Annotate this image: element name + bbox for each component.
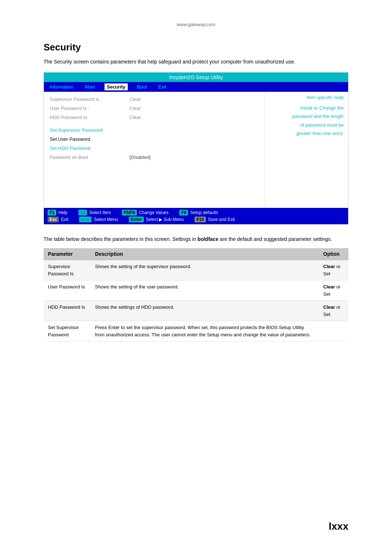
bios-row-set-user-pw[interactable]: Set User Password [50,135,259,144]
table-row: User Password Is Shows the setting of th… [44,280,348,301]
set-user-pw-label[interactable]: Set User Password [50,136,130,142]
bios-left-panel: Supervisor Password Is : Clear User Pass… [44,92,265,208]
set-supervisor-pw-label[interactable]: Set Supervisor Password [50,127,130,133]
nav-item-exit[interactable]: Exit [156,83,168,90]
bios-row-set-hdd-pw[interactable]: Set HDD Password [50,144,259,153]
bios-row-set-supervisor-pw[interactable]: Set Supervisor Password [50,126,259,135]
key-esc: Esc [48,217,59,222]
bios-right-panel: Item specific Help Install or Change the… [265,92,348,208]
label-setup-defaults: Setup defaults [190,210,218,215]
param-user-pw-is: User Password Is [44,280,91,301]
help-line-3: of password must be [269,121,344,129]
bios-footer: F1 Help ↑↓ Select Item F5/F6 Change Valu… [44,208,348,224]
bios-row-user-pw-is: User Password Is : Clear [50,104,259,113]
table-row: Set Supervisor Password Press Enter to s… [44,321,348,341]
set-hdd-pw-label[interactable]: Set HDD Password [50,145,130,151]
key-enter: Enter [129,217,144,222]
item-specific-help-text: Install or Change the password and the l… [269,104,344,138]
desc-supervisor-pw-is: Shows the setting of the supervisor pass… [91,260,319,280]
key-lr-arrows: ←→ [79,217,91,222]
bios-body: Supervisor Password Is : Clear User Pass… [44,92,348,208]
key-arrows: ↑↓ [78,210,87,216]
param-supervisor-pw-is: Supervisor Password Is [44,260,91,280]
website-url: www.gateway.com [44,22,348,27]
option-user-pw-is: Clear or Set [319,280,349,301]
label-exit: Exit [61,217,68,222]
key-f5f6: F5/F6 [122,210,137,216]
user-pw-is-value: Clear [130,106,141,111]
help-line-4: greater than one word. [269,129,344,138]
label-change-values: Change Values [139,210,168,215]
pw-on-boot-value: [Disabled] [130,155,151,160]
option-supervisor-pw-is: Clear or Set [319,260,349,280]
desc-set-supervisor-pw: Press Enter to set the supervisor passwo… [91,321,319,341]
footer-enter-submenu: Enter Select ▶ Sub-Menu [129,217,184,222]
table-row: HDD Password Is Shows the settings of HD… [44,301,348,321]
footer-f5f6-change: F5/F6 Change Values [122,210,169,216]
nav-item-information[interactable]: Information [48,83,75,90]
desc-hdd-pw-is: Shows the settings of HDD password. [91,301,319,321]
pw-on-boot-label: Password on Boot [50,155,130,160]
option-set-supervisor-pw [319,321,349,341]
parameter-table: Parameter Description Option Supervisor … [44,248,348,341]
footer-f10-save: F10 Save and Exit [195,217,235,222]
help-line-2: password and the length [269,112,344,120]
label-help: Help [58,210,68,215]
bios-title: InsydeH2O Setup Utility [44,73,348,82]
supervisor-pw-is-value: Clear [130,97,141,102]
label-select-menu: Select Menu [94,217,118,222]
footer-esc-exit: Esc Exit [48,217,68,222]
param-hdd-pw-is: HDD Password Is [44,301,91,321]
table-description: The table below describes the parameters… [44,235,348,243]
nav-item-security[interactable]: Security [105,83,127,90]
footer-arrow-select-item: ↑↓ Select Item [78,210,111,216]
param-set-supervisor-pw: Set Supervisor Password [44,321,91,341]
footer-f9-defaults: F9 Setup defaults [179,210,218,216]
key-f9: F9 [179,210,188,216]
bios-row-spacer [50,122,259,126]
label-save-exit: Save and Exit [208,217,235,222]
bios-row-supervisor-pw-is: Supervisor Password Is : Clear [50,95,259,104]
hdd-pw-is-label: HDD Password Is: [50,115,130,120]
bios-row-hdd-pw-is: HDD Password Is: Clear [50,113,259,122]
nav-item-main[interactable]: Main [83,83,97,90]
page-title: Security [44,42,348,53]
key-f10: F10 [195,217,206,222]
user-pw-is-label: User Password Is : [50,106,130,111]
nav-item-boot[interactable]: Boot [135,83,149,90]
bios-setup-box: InsydeH2O Setup Utility Information Main… [44,72,348,225]
col-header-parameter: Parameter [44,248,91,260]
bios-footer-row-2: Esc Exit ←→ Select Menu Enter Select ▶ S… [48,217,344,222]
footer-f1-help: F1 Help [48,210,68,216]
bios-row-pw-on-boot: Password on Boot [Disabled] [50,153,259,162]
section-description: The Security screen contains parameters … [44,58,348,66]
col-header-option: Option [319,248,349,260]
table-row: Supervisor Password Is Shows the setting… [44,260,348,280]
page-number: lxxx [329,521,349,532]
key-f1: F1 [48,210,56,216]
hdd-pw-is-value: Clear [130,115,141,120]
label-select-item: Select Item [89,210,111,215]
bios-navigation: Information Main Security Boot Exit [44,82,348,92]
label-select-submenu: Select ▶ Sub-Menu [146,217,184,222]
item-specific-help-title: Item specific Help [269,95,344,100]
col-header-description: Description [91,248,319,260]
desc-user-pw-is: Shows the setting of the user password. [91,280,319,301]
footer-lr-select-menu: ←→ Select Menu [79,217,118,222]
table-header-row: Parameter Description Option [44,248,348,260]
option-hdd-pw-is: Clear or Set [319,301,349,321]
bios-footer-row-1: F1 Help ↑↓ Select Item F5/F6 Change Valu… [48,210,344,216]
help-line-1: Install or Change the [269,104,344,112]
supervisor-pw-is-label: Supervisor Password Is : [50,97,130,102]
